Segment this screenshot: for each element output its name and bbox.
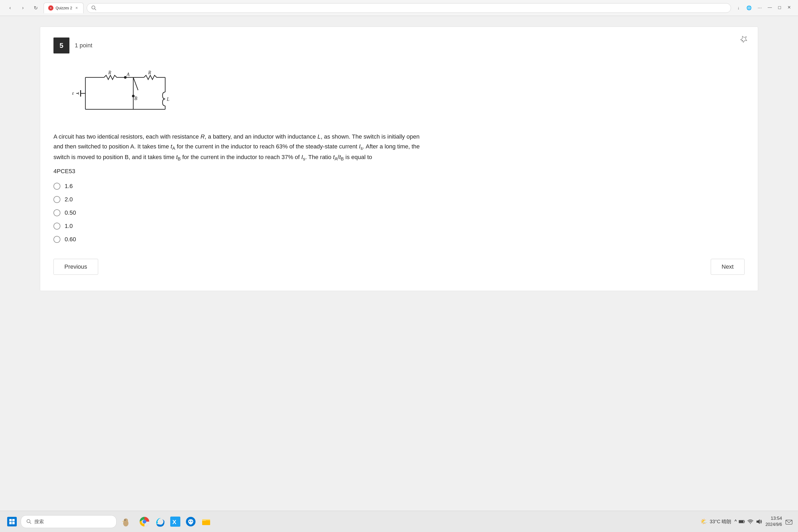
temperature-text: 33°C 晴朗 bbox=[710, 518, 731, 525]
svg-point-44 bbox=[191, 521, 192, 522]
svg-point-33 bbox=[27, 519, 30, 523]
tab-title-text: Quizzes 2 bbox=[56, 6, 72, 10]
more-button[interactable]: ⋯ bbox=[756, 4, 764, 12]
taskbar: 搜索 bbox=[0, 511, 798, 532]
svg-text:R: R bbox=[148, 70, 151, 75]
taskbar-bird-icon[interactable] bbox=[119, 514, 133, 529]
option-label-4: 1.0 bbox=[65, 223, 73, 230]
option-item-5[interactable]: 0.60 bbox=[54, 236, 744, 243]
option-radio-2[interactable] bbox=[54, 196, 60, 203]
question-card: 5 1 point bbox=[40, 26, 758, 291]
svg-rect-31 bbox=[9, 522, 12, 524]
option-radio-1[interactable] bbox=[54, 183, 60, 190]
search-icon bbox=[91, 5, 97, 11]
chrome-icon[interactable] bbox=[137, 514, 152, 529]
svg-rect-29 bbox=[9, 519, 12, 521]
circuit-diagram: A B bbox=[70, 61, 744, 121]
explorer-icon[interactable] bbox=[199, 514, 213, 529]
windows-logo bbox=[7, 517, 17, 527]
svg-rect-47 bbox=[202, 519, 206, 521]
battery-icon bbox=[738, 518, 745, 525]
minimize-button[interactable]: — bbox=[766, 4, 774, 11]
option-item-3[interactable]: 0.50 bbox=[54, 209, 744, 216]
option-label-3: 0.50 bbox=[65, 209, 76, 216]
page-content: 5 1 point bbox=[0, 16, 798, 511]
option-item-2[interactable]: 2.0 bbox=[54, 196, 744, 203]
svg-text:X: X bbox=[172, 519, 176, 525]
next-button[interactable]: Next bbox=[711, 259, 744, 275]
svg-point-37 bbox=[125, 519, 126, 520]
app-x-icon[interactable]: X bbox=[168, 514, 183, 529]
option-radio-5[interactable] bbox=[54, 236, 60, 243]
question-id: 4PCE53 bbox=[54, 168, 744, 175]
svg-rect-50 bbox=[739, 520, 743, 523]
browser-tab[interactable]: Quizzes 2 ✕ bbox=[44, 3, 83, 13]
window-close-button[interactable]: ✕ bbox=[785, 4, 793, 11]
options-list: 1.6 2.0 0.50 1.0 0.60 bbox=[54, 183, 744, 243]
chevron-up-icon[interactable]: ^ bbox=[735, 519, 737, 524]
start-button[interactable] bbox=[5, 515, 19, 528]
taskbar-apps: X bbox=[137, 514, 213, 529]
globe-button[interactable]: 🌐 bbox=[745, 4, 753, 12]
question-text: A circuit has two identical resistors, e… bbox=[54, 132, 426, 163]
browser-chrome: ‹ › ↻ Quizzes 2 ✕ ↓ 🌐 ⋯ — ◻ ✕ bbox=[0, 0, 798, 16]
svg-line-12 bbox=[133, 77, 138, 90]
address-bar[interactable] bbox=[87, 3, 731, 13]
svg-text:ε: ε bbox=[72, 91, 74, 96]
option-radio-3[interactable] bbox=[54, 209, 60, 216]
svg-text:R: R bbox=[108, 70, 111, 75]
svg-line-3 bbox=[742, 40, 742, 41]
circuit-svg: A B bbox=[70, 61, 171, 120]
option-item-4[interactable]: 1.0 bbox=[54, 223, 744, 230]
nav-buttons: Previous Next bbox=[54, 259, 744, 275]
question-header: 5 1 point bbox=[54, 38, 744, 54]
taskbar-right: 🌤️ 33°C 晴朗 ^ 13:54 20 bbox=[700, 515, 793, 528]
taskbar-weather: 🌤️ 33°C 晴朗 bbox=[700, 518, 731, 525]
forward-button[interactable]: › bbox=[18, 3, 28, 13]
option-item-1[interactable]: 1.6 bbox=[54, 183, 744, 190]
svg-rect-49 bbox=[744, 521, 745, 522]
svg-point-1 bbox=[92, 6, 95, 9]
refresh-button[interactable]: ↻ bbox=[31, 3, 40, 13]
notification-icon[interactable] bbox=[785, 518, 793, 525]
restore-button[interactable]: ◻ bbox=[776, 4, 783, 11]
bird-icon bbox=[120, 516, 132, 528]
question-points: 1 point bbox=[75, 42, 92, 49]
svg-line-2 bbox=[95, 9, 96, 10]
taskbar-search[interactable]: 搜索 bbox=[21, 515, 116, 528]
option-label-1: 1.6 bbox=[65, 183, 73, 190]
svg-marker-51 bbox=[757, 519, 760, 524]
option-radio-4[interactable] bbox=[54, 223, 60, 230]
taskbar-search-icon bbox=[26, 519, 32, 524]
browser-controls: ↓ 🌐 ⋯ — ◻ ✕ bbox=[734, 4, 793, 12]
back-button[interactable]: ‹ bbox=[5, 3, 15, 13]
option-label-2: 2.0 bbox=[65, 196, 73, 203]
clock-date: 2024/9/6 bbox=[765, 521, 782, 528]
tab-favicon bbox=[48, 5, 54, 11]
volume-icon bbox=[756, 518, 762, 525]
svg-text:L: L bbox=[167, 97, 169, 102]
svg-point-36 bbox=[124, 518, 128, 523]
svg-line-34 bbox=[30, 522, 31, 524]
svg-rect-30 bbox=[12, 519, 15, 521]
svg-text:A: A bbox=[126, 72, 130, 77]
clock-time: 13:54 bbox=[765, 515, 782, 521]
system-tray: ^ bbox=[735, 518, 762, 525]
tab-close-button[interactable]: ✕ bbox=[74, 5, 79, 11]
wifi-icon bbox=[747, 518, 754, 525]
taskbar-search-text: 搜索 bbox=[34, 518, 44, 525]
copilot-icon[interactable] bbox=[184, 514, 198, 529]
svg-rect-32 bbox=[12, 522, 15, 524]
taskbar-clock[interactable]: 13:54 2024/9/6 bbox=[765, 515, 782, 528]
edge-icon[interactable] bbox=[153, 514, 167, 529]
svg-text:B: B bbox=[134, 96, 137, 101]
option-label-5: 0.60 bbox=[65, 236, 76, 243]
svg-point-43 bbox=[189, 521, 190, 522]
previous-button[interactable]: Previous bbox=[54, 259, 98, 275]
svg-point-39 bbox=[142, 520, 146, 524]
svg-rect-46 bbox=[202, 520, 210, 525]
question-number: 5 bbox=[54, 38, 70, 54]
download-button[interactable]: ↓ bbox=[734, 4, 743, 12]
